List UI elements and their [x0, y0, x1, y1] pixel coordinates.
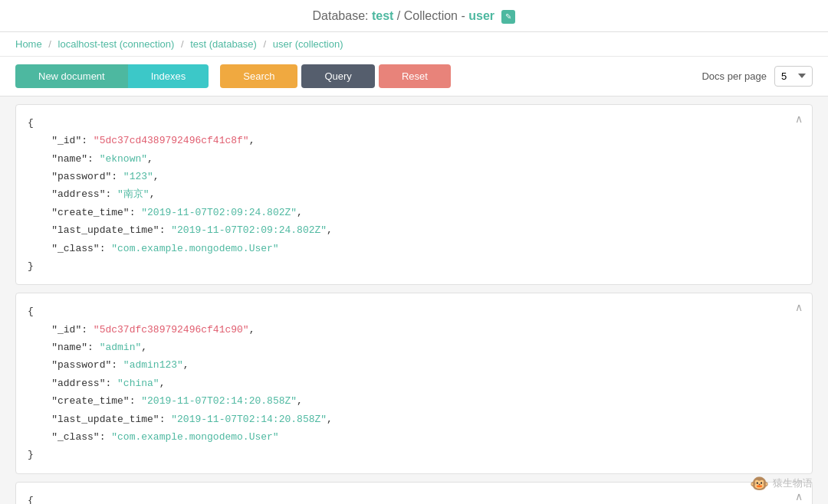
new-document-button[interactable]: New document — [15, 64, 128, 88]
db-name: test — [372, 9, 393, 22]
doc-line: { — [28, 303, 800, 320]
watermark-text: 猿生物语 — [773, 476, 813, 490]
docs-per-page-select[interactable]: 5 10 20 50 — [774, 66, 813, 87]
reset-button[interactable]: Reset — [379, 64, 451, 88]
search-button[interactable]: Search — [220, 64, 297, 88]
doc-line: "name": "admin", — [28, 339, 800, 356]
query-button[interactable]: Query — [301, 64, 374, 88]
doc-line: } — [28, 257, 800, 275]
doc-line: "last_update_time": "2019-11-07T02:14:20… — [28, 411, 800, 428]
docs-per-page-label: Docs per page — [702, 70, 767, 82]
doc-card: ∧{ "_id": "5dc37e11389792496cf41c91", "n… — [15, 482, 813, 504]
watermark: 🐵 猿生物语 — [750, 474, 813, 493]
doc-line: } — [28, 446, 800, 463]
breadcrumb-database[interactable]: test (database) — [190, 38, 257, 50]
doc-line: "_id": "5dc37cd4389792496cf41c8f", — [28, 132, 800, 149]
toolbar: New document Indexes Search Query Reset … — [0, 57, 828, 97]
doc-line: "_class": "com.example.mongodemo.User" — [28, 240, 800, 257]
edit-icon[interactable]: ✎ — [501, 10, 515, 24]
doc-line: "address": "南京", — [28, 185, 800, 203]
breadcrumb: Home / localhost-test (connection) / tes… — [0, 32, 828, 57]
title-sep: / Collection - — [393, 9, 468, 22]
documents-container: ∧{ "_id": "5dc37cd4389792496cf41c8f", "n… — [0, 97, 828, 504]
top-bar: Database: test / Collection - user ✎ — [0, 0, 828, 32]
page-title: Database: test / Collection - user ✎ — [313, 9, 516, 22]
doc-line: "password": "123", — [28, 168, 800, 185]
collapse-button[interactable]: ∧ — [795, 301, 803, 313]
title-prefix: Database: — [313, 9, 372, 22]
doc-line: "password": "admin123", — [28, 356, 800, 374]
breadcrumb-home[interactable]: Home — [15, 38, 42, 50]
doc-line: "create_time": "2019-11-07T02:09:24.802Z… — [28, 204, 800, 221]
doc-line: "_id": "5dc37dfc389792496cf41c90", — [28, 321, 800, 339]
doc-card: ∧{ "_id": "5dc37dfc389792496cf41c90", "n… — [15, 293, 813, 474]
doc-card: ∧{ "_id": "5dc37cd4389792496cf41c8f", "n… — [15, 104, 813, 286]
doc-line: "address": "china", — [28, 375, 800, 392]
doc-line: "create_time": "2019-11-07T02:14:20.858Z… — [28, 392, 800, 410]
breadcrumb-connection[interactable]: localhost-test (connection) — [58, 38, 175, 50]
col-name: user — [468, 9, 495, 22]
doc-line: "name": "eknown", — [28, 150, 800, 168]
collapse-button[interactable]: ∧ — [795, 113, 803, 125]
doc-line: "_class": "com.example.mongodemo.User" — [28, 428, 800, 446]
breadcrumb-collection[interactable]: user (collection) — [273, 38, 343, 50]
doc-line: { — [28, 492, 800, 504]
doc-line: { — [28, 114, 800, 132]
indexes-button[interactable]: Indexes — [128, 64, 209, 88]
toolbar-right: Docs per page 5 10 20 50 — [702, 66, 813, 87]
doc-line: "last_update_time": "2019-11-07T02:09:24… — [28, 221, 800, 239]
watermark-icon: 🐵 — [750, 474, 769, 493]
toolbar-left: New document Indexes Search Query Reset — [15, 64, 702, 88]
